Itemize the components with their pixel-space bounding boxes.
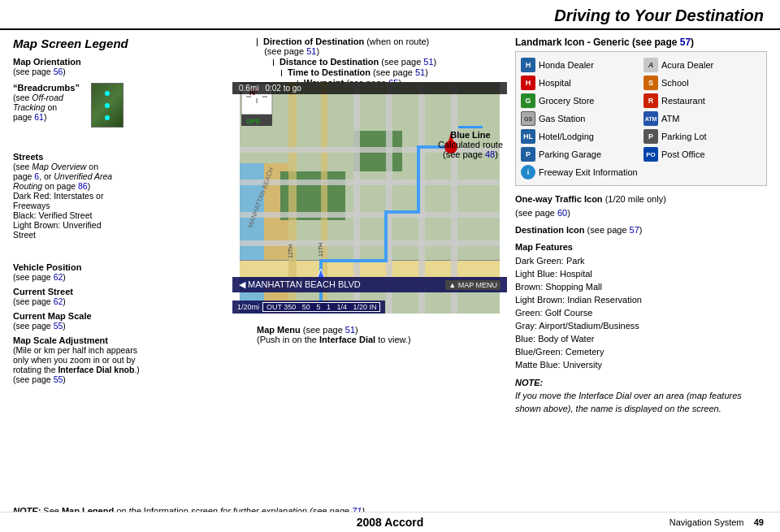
map-features-note: NOTE: If you move the Interface Dial ove…	[515, 377, 767, 416]
landmark-section-title: Landmark Icon - Generic (see page 57)	[515, 37, 767, 48]
landmark-grid: H Honda Dealer A Acura Dealer H Hospital…	[515, 51, 767, 186]
one-way-traffic-annotation: One-way Traffic Icon (1/20 mile only) (s…	[515, 192, 767, 219]
svg-rect-16	[240, 212, 500, 218]
breadcrumb-image	[91, 83, 124, 128]
header-title: Driving to Your Destination	[554, 6, 764, 24]
landmark-hotel: HL Hotel/Lodging	[521, 128, 639, 145]
scale-label: 1/20mi	[237, 303, 259, 311]
freeway-icon: i	[521, 165, 535, 179]
map-area: 12TH 11TH MANHATTAN BEACH N GPS	[232, 82, 507, 314]
time-annotation: Time to Destination (see page 51)	[281, 67, 507, 77]
footer-title: 2008 Accord	[357, 516, 424, 529]
svg-rect-5	[240, 261, 500, 279]
landmark-hospital: H Hospital	[521, 75, 639, 91]
svg-text:12TH: 12TH	[288, 244, 293, 258]
hospital-icon: H	[521, 76, 535, 90]
map-orientation-annotation: Map Orientation (see page 56)	[13, 57, 224, 76]
center-panel: Direction of Destination (when on route)…	[232, 37, 507, 501]
map-scale-adjustment-annotation: Map Scale Adjustment (Mile or km per hal…	[13, 335, 224, 384]
current-street-annotation: Current Street (see page 62)	[13, 287, 224, 306]
landmark-honda: H Honda Dealer	[521, 57, 639, 73]
landmark-grocery: G Grocery Store	[521, 93, 639, 109]
gas-icon: GS	[521, 111, 535, 126]
svg-rect-17	[240, 240, 500, 246]
streets-annotation: Streets (see Map Overview on page 6, or …	[13, 152, 224, 240]
landmark-gas: GS Gas Station	[521, 110, 639, 127]
map-distance: 0.6mi	[239, 84, 258, 93]
scale-indicator: OUT 350 50 5 1 1/4 1/20 IN	[262, 302, 380, 312]
vehicle-position-annotation: Vehicle Position (see page 62)	[13, 262, 224, 282]
page-header: Driving to Your Destination	[0, 0, 780, 30]
map-menu-button[interactable]: ▲ MAP MENU	[445, 280, 500, 290]
map-time: 0:02 to go	[265, 84, 301, 93]
acura-icon: A	[644, 58, 658, 72]
landmark-school: S School	[644, 75, 761, 91]
school-icon: S	[644, 76, 658, 90]
atm-icon: ATM	[644, 111, 658, 126]
grocery-icon: G	[521, 93, 535, 108]
right-panel: Landmark Icon - Generic (see page 57) H …	[515, 37, 767, 501]
street-name-bar: ◀ MANHATTAN BEACH BLVD ▲ MAP MENU	[232, 277, 507, 292]
destination-icon-annotation: Destination Icon (see page 57)	[515, 223, 767, 237]
center-annotations: Direction of Destination (when on route)…	[232, 37, 507, 89]
page-footer: 2008 Accord Navigation System 49	[0, 512, 780, 532]
landmark-atm: ATM ATM	[644, 110, 761, 127]
honda-icon: H	[521, 58, 535, 72]
parking-lot-icon: P	[644, 129, 658, 144]
blue-line-annotation: Blue Line Calculated route(see page 48)	[438, 126, 503, 159]
landmark-freeway: i Freeway Exit Information	[521, 164, 761, 180]
svg-text:GPS: GPS	[246, 118, 260, 125]
landmark-post-office: PO Post Office	[644, 146, 761, 162]
breadcrumbs-annotation: “Breadcrumbs” (see Off-roadTracking onpa…	[13, 83, 224, 128]
map-menu-annotation: Map Menu (see page 51) (Push in on the I…	[257, 325, 411, 344]
restaurant-icon: R	[644, 93, 658, 108]
current-map-scale-annotation: Current Map Scale (see page 55)	[13, 311, 224, 331]
footer-nav: Navigation System 49	[670, 517, 764, 527]
post-office-icon: PO	[644, 147, 658, 162]
svg-rect-15	[240, 179, 500, 185]
direction-annotation: Direction of Destination (when on route)…	[257, 37, 507, 56]
scale-bar: 1/20mi OUT 350 50 5 1 1/4 1/20 IN	[232, 301, 385, 314]
landmark-restaurant: R Restaurant	[644, 93, 761, 109]
landmark-parking-garage: P Parking Garage	[521, 146, 639, 162]
map-top-bar: 0.6mi 0:02 to go	[232, 82, 507, 94]
landmark-acura: A Acura Dealer	[644, 57, 761, 73]
parking-garage-icon: P	[521, 147, 535, 162]
street-name: ◀ MANHATTAN BEACH BLVD	[239, 279, 361, 290]
distance-annotation: Distance to Destination (see page 51)	[273, 57, 507, 67]
left-panel: Map Screen Legend Map Orientation (see p…	[13, 37, 224, 501]
section-title: Map Screen Legend	[13, 37, 224, 50]
map-features: Map Features Dark Green: Park Light Blue…	[515, 241, 767, 372]
svg-text:11TH: 11TH	[318, 243, 323, 257]
landmark-parking-lot: P Parking Lot	[644, 128, 761, 145]
hotel-icon: HL	[521, 129, 535, 144]
